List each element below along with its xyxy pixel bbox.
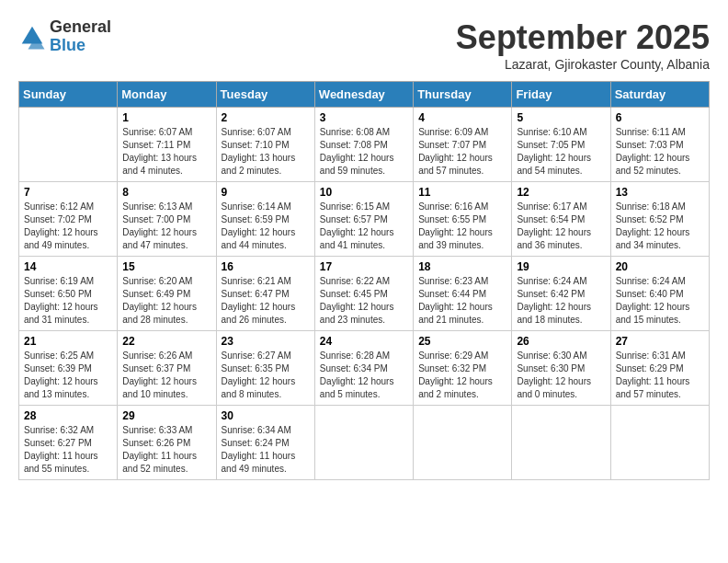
col-monday: Monday bbox=[118, 82, 216, 108]
day-info: Sunrise: 6:22 AMSunset: 6:45 PMDaylight:… bbox=[320, 275, 408, 327]
day-number: 4 bbox=[418, 111, 506, 124]
day-info: Sunrise: 6:25 AMSunset: 6:39 PMDaylight:… bbox=[24, 350, 112, 401]
col-sunday: Sunday bbox=[19, 82, 118, 108]
page-header: General Blue September 2025 Lazarat, Gji… bbox=[18, 18, 710, 72]
day-info: Sunrise: 6:08 AMSunset: 7:08 PMDaylight:… bbox=[320, 126, 408, 178]
logo-general-label: General bbox=[50, 18, 111, 37]
cell-w5-d3: 30Sunrise: 6:34 AMSunset: 6:24 PMDayligh… bbox=[216, 406, 314, 480]
cell-w4-d2: 22Sunrise: 6:26 AMSunset: 6:37 PMDayligh… bbox=[118, 331, 216, 406]
day-number: 20 bbox=[616, 260, 704, 273]
cell-w3-d3: 16Sunrise: 6:21 AMSunset: 6:47 PMDayligh… bbox=[216, 257, 314, 331]
col-friday: Friday bbox=[512, 82, 610, 108]
cell-w1-d6: 5Sunrise: 6:10 AMSunset: 7:05 PMDaylight… bbox=[512, 108, 610, 182]
cell-w4-d5: 25Sunrise: 6:29 AMSunset: 6:32 PMDayligh… bbox=[414, 331, 512, 406]
week-row-3: 14Sunrise: 6:19 AMSunset: 6:50 PMDayligh… bbox=[19, 257, 710, 331]
day-number: 27 bbox=[616, 335, 704, 348]
cell-w1-d5: 4Sunrise: 6:09 AMSunset: 7:07 PMDaylight… bbox=[414, 108, 512, 182]
logo-icon bbox=[18, 23, 46, 51]
day-info: Sunrise: 6:09 AMSunset: 7:07 PMDaylight:… bbox=[418, 126, 506, 178]
day-info: Sunrise: 6:28 AMSunset: 6:34 PMDaylight:… bbox=[320, 350, 408, 401]
cell-w2-d5: 11Sunrise: 6:16 AMSunset: 6:55 PMDayligh… bbox=[414, 182, 512, 257]
cell-w5-d2: 29Sunrise: 6:33 AMSunset: 6:26 PMDayligh… bbox=[118, 406, 216, 480]
day-number: 10 bbox=[320, 186, 408, 199]
week-row-5: 28Sunrise: 6:32 AMSunset: 6:27 PMDayligh… bbox=[19, 406, 710, 480]
cell-w5-d7 bbox=[610, 406, 709, 480]
day-number: 23 bbox=[222, 335, 310, 348]
day-number: 11 bbox=[418, 186, 506, 199]
day-number: 9 bbox=[222, 186, 310, 199]
cell-w4-d3: 23Sunrise: 6:27 AMSunset: 6:35 PMDayligh… bbox=[216, 331, 314, 406]
day-info: Sunrise: 6:07 AMSunset: 7:10 PMDaylight:… bbox=[222, 126, 310, 178]
day-number: 19 bbox=[517, 260, 605, 273]
day-number: 16 bbox=[222, 260, 310, 273]
day-number: 3 bbox=[320, 111, 408, 124]
cell-w5-d4 bbox=[314, 406, 413, 480]
cell-w2-d2: 8Sunrise: 6:13 AMSunset: 7:00 PMDaylight… bbox=[118, 182, 216, 257]
month-title: September 2025 bbox=[456, 18, 710, 57]
day-number: 8 bbox=[122, 186, 210, 199]
day-info: Sunrise: 6:13 AMSunset: 7:00 PMDaylight:… bbox=[122, 201, 210, 252]
cell-w3-d2: 15Sunrise: 6:20 AMSunset: 6:49 PMDayligh… bbox=[118, 257, 216, 331]
calendar-header: Sunday Monday Tuesday Wednesday Thursday… bbox=[19, 82, 710, 108]
cell-w3-d1: 14Sunrise: 6:19 AMSunset: 6:50 PMDayligh… bbox=[19, 257, 118, 331]
day-info: Sunrise: 6:19 AMSunset: 6:50 PMDaylight:… bbox=[24, 275, 112, 327]
cell-w4-d6: 26Sunrise: 6:30 AMSunset: 6:30 PMDayligh… bbox=[512, 331, 610, 406]
day-number: 6 bbox=[616, 111, 704, 124]
logo-text: General Blue bbox=[50, 18, 111, 55]
day-number: 29 bbox=[122, 409, 210, 422]
col-thursday: Thursday bbox=[414, 82, 512, 108]
cell-w1-d3: 2Sunrise: 6:07 AMSunset: 7:10 PMDaylight… bbox=[216, 108, 314, 182]
cell-w3-d6: 19Sunrise: 6:24 AMSunset: 6:42 PMDayligh… bbox=[512, 257, 610, 331]
day-info: Sunrise: 6:34 AMSunset: 6:24 PMDaylight:… bbox=[222, 424, 310, 476]
cell-w4-d1: 21Sunrise: 6:25 AMSunset: 6:39 PMDayligh… bbox=[19, 331, 118, 406]
day-info: Sunrise: 6:27 AMSunset: 6:35 PMDaylight:… bbox=[222, 350, 310, 401]
cell-w3-d7: 20Sunrise: 6:24 AMSunset: 6:40 PMDayligh… bbox=[610, 257, 709, 331]
cell-w2-d3: 9Sunrise: 6:14 AMSunset: 6:59 PMDaylight… bbox=[216, 182, 314, 257]
day-info: Sunrise: 6:32 AMSunset: 6:27 PMDaylight:… bbox=[24, 424, 112, 476]
day-number: 12 bbox=[517, 186, 605, 199]
cell-w3-d4: 17Sunrise: 6:22 AMSunset: 6:45 PMDayligh… bbox=[314, 257, 413, 331]
day-info: Sunrise: 6:12 AMSunset: 7:02 PMDaylight:… bbox=[24, 201, 112, 252]
day-info: Sunrise: 6:30 AMSunset: 6:30 PMDaylight:… bbox=[517, 350, 605, 401]
day-number: 7 bbox=[24, 186, 112, 199]
cell-w3-d5: 18Sunrise: 6:23 AMSunset: 6:44 PMDayligh… bbox=[414, 257, 512, 331]
day-number: 30 bbox=[222, 409, 310, 422]
day-info: Sunrise: 6:14 AMSunset: 6:59 PMDaylight:… bbox=[222, 201, 310, 252]
day-info: Sunrise: 6:15 AMSunset: 6:57 PMDaylight:… bbox=[320, 201, 408, 252]
day-number: 15 bbox=[122, 260, 210, 273]
day-number: 1 bbox=[122, 111, 210, 124]
col-wednesday: Wednesday bbox=[314, 82, 413, 108]
day-info: Sunrise: 6:07 AMSunset: 7:11 PMDaylight:… bbox=[122, 126, 210, 178]
cell-w5-d1: 28Sunrise: 6:32 AMSunset: 6:27 PMDayligh… bbox=[19, 406, 118, 480]
day-info: Sunrise: 6:21 AMSunset: 6:47 PMDaylight:… bbox=[222, 275, 310, 327]
day-number: 2 bbox=[222, 111, 310, 124]
day-number: 5 bbox=[517, 111, 605, 124]
cell-w5-d6 bbox=[512, 406, 610, 480]
day-info: Sunrise: 6:23 AMSunset: 6:44 PMDaylight:… bbox=[418, 275, 506, 327]
day-info: Sunrise: 6:24 AMSunset: 6:42 PMDaylight:… bbox=[517, 275, 605, 327]
cell-w1-d2: 1Sunrise: 6:07 AMSunset: 7:11 PMDaylight… bbox=[118, 108, 216, 182]
day-info: Sunrise: 6:10 AMSunset: 7:05 PMDaylight:… bbox=[517, 126, 605, 178]
day-number: 21 bbox=[24, 335, 112, 348]
day-info: Sunrise: 6:20 AMSunset: 6:49 PMDaylight:… bbox=[122, 275, 210, 327]
cell-w1-d4: 3Sunrise: 6:08 AMSunset: 7:08 PMDaylight… bbox=[314, 108, 413, 182]
cell-w1-d1 bbox=[19, 108, 118, 182]
week-row-1: 1Sunrise: 6:07 AMSunset: 7:11 PMDaylight… bbox=[19, 108, 710, 182]
day-info: Sunrise: 6:29 AMSunset: 6:32 PMDaylight:… bbox=[418, 350, 506, 401]
day-number: 13 bbox=[616, 186, 704, 199]
week-row-2: 7Sunrise: 6:12 AMSunset: 7:02 PMDaylight… bbox=[19, 182, 710, 257]
col-tuesday: Tuesday bbox=[216, 82, 314, 108]
header-row: Sunday Monday Tuesday Wednesday Thursday… bbox=[19, 82, 710, 108]
cell-w2-d6: 12Sunrise: 6:17 AMSunset: 6:54 PMDayligh… bbox=[512, 182, 610, 257]
cell-w2-d7: 13Sunrise: 6:18 AMSunset: 6:52 PMDayligh… bbox=[610, 182, 709, 257]
day-info: Sunrise: 6:33 AMSunset: 6:26 PMDaylight:… bbox=[122, 424, 210, 476]
week-row-4: 21Sunrise: 6:25 AMSunset: 6:39 PMDayligh… bbox=[19, 331, 710, 406]
day-info: Sunrise: 6:11 AMSunset: 7:03 PMDaylight:… bbox=[616, 126, 704, 178]
cell-w5-d5 bbox=[414, 406, 512, 480]
day-info: Sunrise: 6:26 AMSunset: 6:37 PMDaylight:… bbox=[122, 350, 210, 401]
day-info: Sunrise: 6:24 AMSunset: 6:40 PMDaylight:… bbox=[616, 275, 704, 327]
day-number: 28 bbox=[24, 409, 112, 422]
day-number: 24 bbox=[320, 335, 408, 348]
day-number: 26 bbox=[517, 335, 605, 348]
col-saturday: Saturday bbox=[610, 82, 709, 108]
